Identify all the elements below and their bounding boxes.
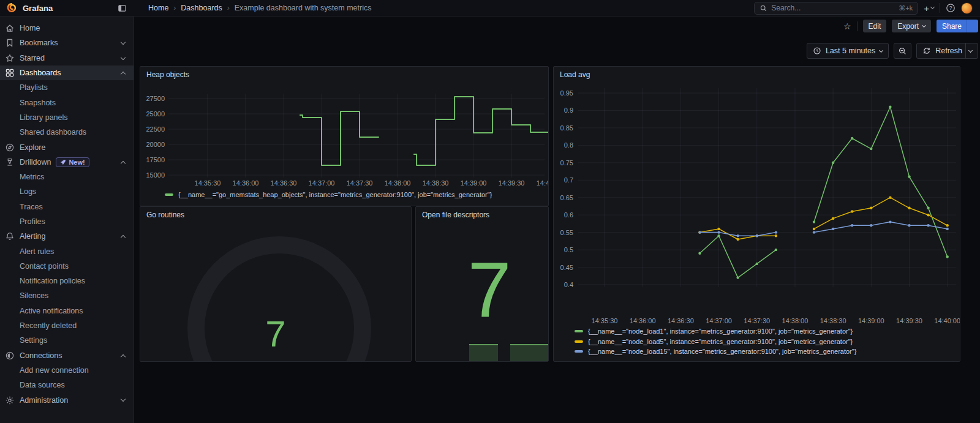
apps-icon	[5, 68, 15, 78]
sidebar-item-notification-policies[interactable]: Notification policies	[0, 274, 134, 288]
sidebar-item-dashboards[interactable]: Dashboards	[0, 66, 134, 80]
stat-bar	[510, 344, 549, 361]
svg-text:14:40:00: 14:40:00	[537, 179, 549, 187]
search-input[interactable]	[771, 4, 895, 12]
app-header: Grafana Home › Dashboards › Example dash…	[0, 0, 980, 17]
svg-text:0.55: 0.55	[560, 229, 573, 236]
sidebar-item-label: Notification policies	[20, 277, 85, 285]
sidebar-item-bookmarks[interactable]: Bookmarks	[0, 36, 134, 50]
sidebar-item-alerting[interactable]: Alerting	[0, 229, 134, 244]
svg-text:14:38:00: 14:38:00	[782, 317, 809, 324]
svg-text:17500: 17500	[146, 156, 165, 163]
breadcrumb-dashboards[interactable]: Dashboards	[181, 4, 222, 12]
sidebar-item-label: Logs	[20, 187, 36, 196]
svg-text:14:39:30: 14:39:30	[499, 179, 525, 187]
sidebar-item-label: Administration	[20, 396, 68, 405]
svg-text:14:37:30: 14:37:30	[347, 179, 373, 187]
panel-load-avg[interactable]: Load avg 0.950.90.850.80.750.70.650.60.5…	[553, 66, 960, 362]
svg-text:0.65: 0.65	[560, 194, 573, 201]
share-split-button: Share	[937, 20, 978, 32]
user-avatar[interactable]	[961, 2, 973, 14]
search-icon	[760, 4, 767, 12]
svg-text:0.75: 0.75	[560, 159, 573, 167]
svg-text:14:36:30: 14:36:30	[668, 317, 694, 324]
sidebar-item-contact-points[interactable]: Contact points	[0, 259, 134, 274]
load-avg-chart: 0.950.90.850.80.750.70.650.60.550.50.450…	[554, 67, 960, 362]
panel-title: Open file descriptors	[422, 211, 489, 219]
sidebar-item-silences[interactable]: Silences	[0, 288, 134, 303]
breadcrumb-home[interactable]: Home	[148, 4, 168, 12]
chevron-down-icon	[121, 397, 126, 402]
svg-text:0.6: 0.6	[564, 211, 573, 219]
panel-go-routines[interactable]: Go routines 7	[140, 206, 412, 362]
share-button[interactable]: Share	[937, 20, 967, 32]
legend-item[interactable]: {__name__="node_load1", instance="metric…	[575, 328, 856, 335]
chevron-down-icon	[121, 54, 126, 59]
svg-text:22500: 22500	[146, 125, 165, 133]
cog-icon	[5, 395, 15, 405]
sidebar-item-label: Silences	[20, 291, 48, 300]
time-controls: Last 5 minutes Refresh	[807, 43, 978, 59]
new-badge: New!	[56, 157, 89, 167]
legend-label: {__name__="go_memstats_heap_objects", in…	[178, 191, 492, 198]
favorite-star-icon[interactable]: ☆	[843, 21, 851, 31]
compass-icon	[5, 143, 15, 152]
sidebar-item-data-sources[interactable]: Data sources	[0, 378, 134, 392]
sidebar-item-library-panels[interactable]: Library panels	[0, 110, 134, 125]
sidebar-item-label: Alerting	[20, 232, 45, 241]
sidebar-item-settings[interactable]: Settings	[0, 333, 134, 348]
panel-heap-objects[interactable]: Heap objects 275002500022500200001750015…	[140, 66, 549, 206]
chevron-down-icon	[121, 40, 126, 45]
bookmark-icon	[5, 38, 15, 48]
search-input-wrapper[interactable]: ⌘+k	[754, 2, 918, 15]
sidebar-item-profiles[interactable]: Profiles	[0, 214, 134, 229]
legend-item[interactable]: {__name__="node_load15", instance="metri…	[575, 348, 856, 355]
sidebar-item-traces[interactable]: Traces	[0, 200, 134, 214]
export-button[interactable]: Export	[892, 20, 931, 32]
sidebar-item-shared-dashboards[interactable]: Shared dashboards	[0, 125, 134, 140]
sidebar-item-connections[interactable]: Connections	[0, 348, 134, 363]
add-new-button[interactable]: +	[924, 3, 934, 13]
sidebar-item-label: Library panels	[20, 113, 68, 122]
refresh-divider	[965, 43, 966, 58]
plug-icon	[5, 351, 15, 361]
sidebar-item-drilldown[interactable]: DrilldownNew!	[0, 155, 134, 170]
chevron-down-icon	[879, 48, 883, 52]
svg-text:0.9: 0.9	[564, 107, 573, 114]
sidebar-item-active-notifications[interactable]: Active notifications	[0, 304, 134, 318]
breadcrumb: Home › Dashboards › Example dashboard wi…	[134, 4, 371, 12]
sidebar-item-home[interactable]: Home	[0, 21, 134, 36]
sidebar-item-label: Alert rules	[20, 247, 54, 256]
sidebar-item-logs[interactable]: Logs	[0, 184, 134, 199]
share-menu-chevron[interactable]	[967, 20, 978, 32]
time-range-picker[interactable]: Last 5 minutes	[807, 43, 889, 59]
breadcrumb-current-dashboard: Example dashboard with system metrics	[235, 4, 372, 12]
search-shortcut: ⌘+k	[899, 4, 913, 12]
legend-swatch	[165, 193, 173, 196]
zoom-out-button[interactable]	[894, 43, 911, 59]
sidebar-item-starred[interactable]: Starred	[0, 51, 134, 66]
sidebar-item-alert-rules[interactable]: Alert rules	[0, 244, 134, 258]
chevron-down-icon	[922, 23, 926, 28]
help-icon[interactable]: ?	[946, 3, 956, 13]
refresh-button[interactable]: Refresh	[916, 43, 978, 59]
panel-open-file-descriptors[interactable]: Open file descriptors 7	[415, 206, 549, 362]
chevron-up-icon	[121, 354, 126, 359]
edit-button[interactable]: Edit	[863, 20, 887, 32]
legend-item[interactable]: {__name__="go_memstats_heap_objects", in…	[165, 191, 492, 198]
sidebar-item-explore[interactable]: Explore	[0, 140, 134, 154]
svg-text:14:40:00: 14:40:00	[934, 317, 960, 324]
heap-objects-chart: 27500250002250020000175001500014:35:3014…	[140, 67, 549, 206]
sidebar-item-snapshots[interactable]: Snapshots	[0, 95, 134, 110]
breadcrumb-separator: ›	[227, 4, 230, 12]
sidebar-item-administration[interactable]: Administration	[0, 392, 134, 407]
legend-item[interactable]: {__name__="node_load5", instance="metric…	[575, 338, 856, 345]
svg-text:?: ?	[949, 5, 952, 11]
sidebar-item-metrics[interactable]: Metrics	[0, 170, 134, 184]
sidebar-item-label: Metrics	[20, 173, 44, 181]
sidebar-item-playlists[interactable]: Playlists	[0, 80, 134, 95]
sidebar-item-add-new-connection[interactable]: Add new connection	[0, 363, 134, 378]
sidebar-toggle-icon[interactable]	[118, 4, 127, 13]
legend-swatch	[575, 330, 583, 332]
sidebar-item-recently-deleted[interactable]: Recently deleted	[0, 318, 134, 333]
